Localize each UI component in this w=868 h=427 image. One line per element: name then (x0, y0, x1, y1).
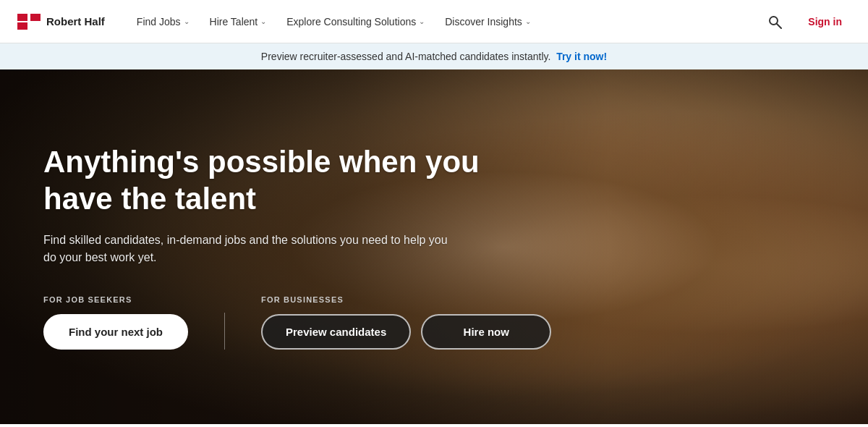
cta-section: FOR JOB SEEKERS Find your next job FOR B… (43, 295, 825, 350)
chevron-down-icon: ⌄ (419, 17, 425, 25)
hero-content: Anything's possible when you have the ta… (0, 69, 868, 424)
cta-divider (224, 313, 225, 350)
logo[interactable]: Robert Half (17, 14, 105, 30)
navbar: Robert Half Find Jobs ⌄ Hire Talent ⌄ Ex… (0, 0, 868, 43)
search-icon (767, 14, 782, 29)
announcement-link[interactable]: Try it now! (556, 51, 607, 62)
chevron-down-icon: ⌄ (184, 17, 190, 25)
cta-job-seekers-label: FOR JOB SEEKERS (43, 295, 188, 304)
business-btn-row: Preview candidates Hire now (261, 314, 551, 350)
logo-icon (17, 14, 41, 30)
chevron-down-icon: ⌄ (525, 17, 531, 25)
hero-title: Anything's possible when you have the ta… (43, 144, 492, 217)
logo-text: Robert Half (46, 15, 105, 28)
announcement-text: Preview recruiter-assessed and AI-matche… (261, 51, 551, 62)
nav-right: Sign in (762, 9, 851, 35)
svg-rect-0 (17, 14, 27, 21)
cta-job-seekers: FOR JOB SEEKERS Find your next job (43, 295, 188, 350)
svg-rect-1 (30, 14, 41, 21)
cta-businesses-label: FOR BUSINESSES (261, 295, 551, 304)
nav-hire-talent[interactable]: Hire Talent ⌄ (201, 10, 276, 33)
svg-line-4 (777, 24, 781, 28)
chevron-down-icon: ⌄ (260, 17, 266, 25)
nav-insights[interactable]: Discover Insights ⌄ (436, 10, 540, 33)
preview-candidates-button[interactable]: Preview candidates (261, 314, 411, 350)
hire-now-button[interactable]: Hire now (421, 314, 551, 350)
hero-subtitle: Find skilled candidates, in-demand jobs … (43, 232, 448, 266)
announcement-bar: Preview recruiter-assessed and AI-matche… (0, 43, 868, 69)
nav-consulting[interactable]: Explore Consulting Solutions ⌄ (278, 10, 433, 33)
svg-rect-2 (17, 22, 27, 30)
nav-find-jobs[interactable]: Find Jobs ⌄ (128, 10, 198, 33)
search-button[interactable] (762, 9, 788, 35)
sign-in-button[interactable]: Sign in (799, 10, 851, 33)
nav-links: Find Jobs ⌄ Hire Talent ⌄ Explore Consul… (128, 10, 762, 33)
find-job-button[interactable]: Find your next job (43, 314, 188, 350)
hero-section: Anything's possible when you have the ta… (0, 69, 868, 424)
cta-businesses: FOR BUSINESSES Preview candidates Hire n… (261, 295, 551, 350)
